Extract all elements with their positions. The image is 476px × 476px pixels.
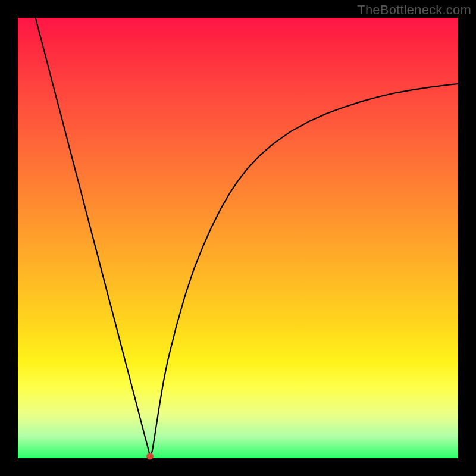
bottleneck-curve [36, 18, 458, 456]
optimal-point-marker [146, 453, 154, 460]
watermark-text: TheBottleneck.com [357, 2, 471, 18]
chart-container: TheBottleneck.com [0, 0, 476, 476]
curve-layer [18, 18, 458, 458]
